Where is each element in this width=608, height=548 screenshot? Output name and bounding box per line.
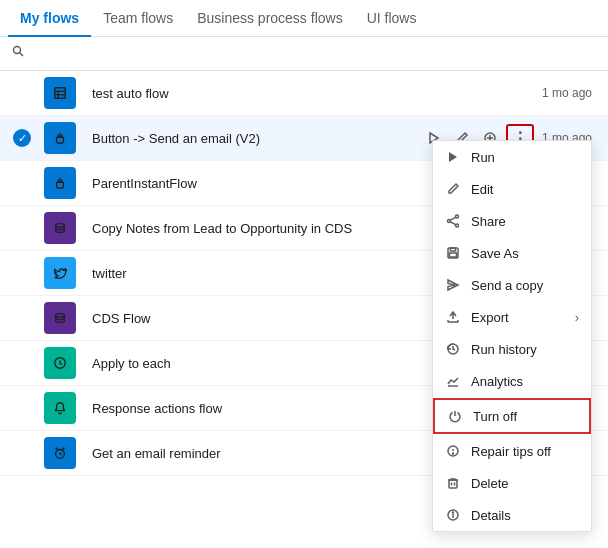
menu-item-run[interactable]: Run	[433, 141, 591, 173]
header-modified	[496, 45, 608, 62]
info-icon	[445, 507, 461, 523]
header-icon	[44, 45, 84, 62]
menu-item-repair[interactable]: Repair tips off	[433, 435, 591, 467]
play-icon	[445, 149, 461, 165]
svg-line-13	[63, 448, 65, 450]
svg-point-17	[448, 220, 451, 223]
svg-line-12	[56, 448, 58, 450]
header-name	[84, 45, 496, 62]
row-check	[12, 353, 32, 373]
tab-ui-flows[interactable]: UI flows	[355, 0, 429, 36]
row-name: Button -> Send an email (V2)	[84, 131, 422, 146]
row-checkbox[interactable]: ✓	[13, 129, 31, 147]
context-menu: Run Edit Share Save As Send a copy Expor…	[432, 140, 592, 532]
menu-item-label: Share	[471, 214, 579, 229]
row-check	[12, 263, 32, 283]
row-modified: 1 mo ago	[542, 86, 596, 100]
menu-item-share[interactable]: Share	[433, 205, 591, 237]
row-icon	[44, 302, 76, 334]
menu-item-label: Details	[471, 508, 579, 523]
svg-rect-21	[451, 248, 456, 251]
row-check	[12, 443, 32, 463]
menu-item-details[interactable]: Details	[433, 499, 591, 531]
menu-item-label: Run	[471, 150, 579, 165]
menu-item-label: Delete	[471, 476, 579, 491]
row-checkbox[interactable]	[13, 264, 31, 282]
row-check	[12, 173, 32, 193]
svg-marker-14	[449, 152, 457, 162]
row-check	[12, 398, 32, 418]
table-row[interactable]: test auto flow 1 mo ago	[0, 71, 608, 116]
svg-point-9	[56, 314, 65, 318]
menu-item-run-history[interactable]: Run history	[433, 333, 591, 365]
nav-tabs: My flowsTeam flowsBusiness process flows…	[0, 0, 608, 37]
share-icon	[445, 213, 461, 229]
row-icon	[44, 257, 76, 289]
svg-point-15	[456, 215, 459, 218]
row-icon	[44, 122, 76, 154]
menu-item-delete[interactable]: Delete	[433, 467, 591, 499]
row-check	[12, 308, 32, 328]
row-checkbox[interactable]	[13, 84, 31, 102]
menu-item-label: Repair tips off	[471, 444, 579, 459]
row-icon	[44, 212, 76, 244]
row-check: ✓	[12, 128, 32, 148]
row-name: test auto flow	[84, 86, 542, 101]
menu-item-label: Export	[471, 310, 565, 325]
header-check	[12, 45, 44, 62]
svg-point-0	[14, 47, 21, 54]
save-icon	[445, 245, 461, 261]
svg-line-18	[450, 217, 455, 220]
tab-business-process-flows[interactable]: Business process flows	[185, 0, 355, 36]
row-icon	[44, 437, 76, 469]
menu-item-turn-off[interactable]: Turn off	[433, 398, 591, 434]
tab-my-flows[interactable]: My flows	[8, 0, 91, 36]
delete-icon	[445, 475, 461, 491]
menu-item-label: Send a copy	[471, 278, 579, 293]
row-checkbox[interactable]	[13, 399, 31, 417]
menu-item-send-copy[interactable]: Send a copy	[433, 269, 591, 301]
svg-point-8	[56, 224, 65, 228]
menu-item-label: Analytics	[471, 374, 579, 389]
row-check	[12, 83, 32, 103]
menu-item-label: Edit	[471, 182, 579, 197]
menu-item-analytics[interactable]: Analytics	[433, 365, 591, 397]
power-icon	[447, 408, 463, 424]
svg-rect-2	[55, 88, 66, 99]
svg-rect-28	[449, 480, 457, 488]
row-icon	[44, 347, 76, 379]
pencil-icon	[445, 181, 461, 197]
row-checkbox[interactable]	[13, 174, 31, 192]
repair-icon	[445, 443, 461, 459]
table-header	[0, 37, 608, 71]
svg-point-27	[453, 453, 454, 454]
row-checkbox[interactable]	[13, 444, 31, 462]
export-icon	[445, 309, 461, 325]
menu-item-label: Run history	[471, 342, 579, 357]
row-icon	[44, 392, 76, 424]
tab-team-flows[interactable]: Team flows	[91, 0, 185, 36]
row-checkbox[interactable]	[13, 309, 31, 327]
svg-line-19	[450, 222, 455, 225]
menu-item-label: Turn off	[473, 409, 577, 424]
svg-line-1	[20, 53, 24, 57]
svg-point-33	[453, 512, 454, 513]
history-icon	[445, 341, 461, 357]
send-icon	[445, 277, 461, 293]
row-icon	[44, 77, 76, 109]
row-icon	[44, 167, 76, 199]
menu-item-export[interactable]: Export ›	[433, 301, 591, 333]
svg-point-16	[456, 224, 459, 227]
row-checkbox[interactable]	[13, 354, 31, 372]
svg-rect-22	[450, 253, 457, 257]
menu-item-label: Save As	[471, 246, 579, 261]
menu-item-save-as[interactable]: Save As	[433, 237, 591, 269]
row-checkbox[interactable]	[13, 219, 31, 237]
analytics-icon	[445, 373, 461, 389]
submenu-arrow-icon: ›	[575, 310, 579, 325]
row-check	[12, 218, 32, 238]
menu-item-edit[interactable]: Edit	[433, 173, 591, 205]
